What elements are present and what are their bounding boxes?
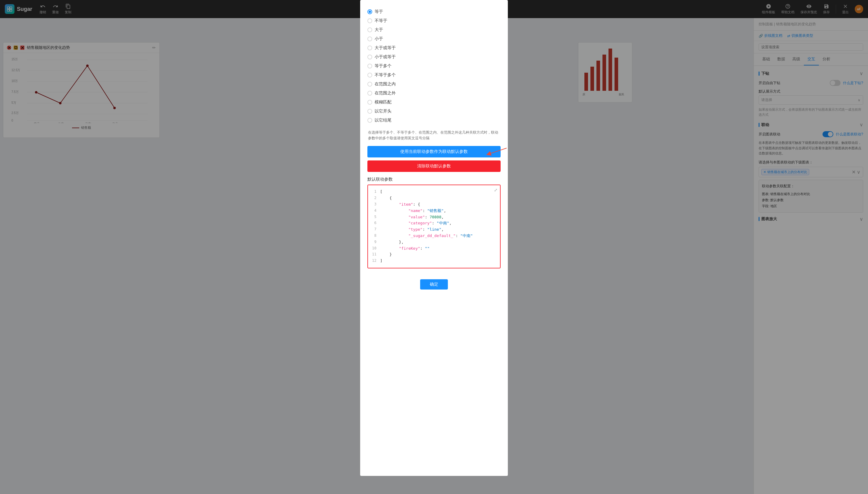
radio-label-7: 不等于多个 — [375, 72, 396, 78]
radio-item-10[interactable]: 模糊匹配 — [368, 98, 500, 107]
radio-item-6[interactable]: 等于多个 — [368, 61, 500, 71]
radio-circle-1 — [368, 18, 372, 23]
radio-circle-2 — [368, 27, 372, 32]
radio-circle-0 — [368, 10, 372, 14]
code-line-10: 10 "fireKey": "" — [368, 246, 500, 252]
radio-label-11: 以它开头 — [375, 109, 392, 114]
radio-circle-6 — [368, 64, 372, 69]
modal: 等于 不等于 大于 小于 大于或等于 — [360, 0, 508, 476]
default-params-box: ⤢ 1 [ 2 { 3 "item": { — [368, 185, 500, 268]
confirm-button[interactable]: 确定 — [420, 279, 448, 289]
code-line-4: 4 "name": "销售额", — [368, 208, 500, 214]
code-line-8: 8 "_sugar_dd_default_": "中南" — [368, 233, 500, 239]
radio-circle-8 — [368, 82, 372, 87]
radio-circle-4 — [368, 45, 372, 50]
use-param-area: 使用当前联动参数作为联动默认参数 — [368, 146, 500, 157]
modal-footer: 确定 — [360, 276, 508, 297]
radio-item-0[interactable]: 等于 — [368, 7, 500, 16]
code-line-1: 1 [ — [368, 189, 500, 195]
default-params-label: 默认联动参数 — [368, 177, 500, 182]
code-line-6: 6 "category": "中南", — [368, 220, 500, 227]
radio-item-11[interactable]: 以它开头 — [368, 107, 500, 116]
radio-circle-9 — [368, 91, 372, 96]
modal-overlay: 等于 不等于 大于 小于 大于或等于 — [0, 0, 868, 494]
radio-label-8: 在范围之内 — [375, 81, 396, 87]
radio-item-12[interactable]: 以它结尾 — [368, 116, 500, 125]
radio-label-12: 以它结尾 — [375, 118, 392, 123]
code-line-5: 5 "value": 70808, — [368, 214, 500, 221]
clear-param-button[interactable]: 清除联动默认参数 — [368, 160, 500, 172]
radio-circle-10 — [368, 100, 372, 104]
radio-item-8[interactable]: 在范围之内 — [368, 80, 500, 89]
radio-circle-7 — [368, 73, 372, 77]
radio-item-3[interactable]: 小于 — [368, 34, 500, 43]
radio-item-2[interactable]: 大于 — [368, 25, 500, 34]
radio-group: 等于 不等于 大于 小于 大于或等于 — [368, 7, 500, 125]
radio-item-1[interactable]: 不等于 — [368, 16, 500, 25]
code-line-12: 12 ] — [368, 258, 500, 264]
radio-circle-3 — [368, 37, 372, 41]
expand-icon[interactable]: ⤢ — [494, 188, 498, 192]
code-line-7: 7 "type": "line", — [368, 227, 500, 233]
radio-label-1: 不等于 — [375, 18, 387, 23]
radio-label-4: 大于或等于 — [375, 45, 396, 51]
code-line-3: 3 "item": { — [368, 202, 500, 208]
radio-label-10: 模糊匹配 — [375, 99, 392, 105]
code-line-9: 9 }, — [368, 239, 500, 246]
radio-label-9: 在范围之外 — [375, 91, 396, 96]
use-param-button[interactable]: 使用当前联动参数作为联动默认参数 — [368, 146, 500, 157]
radio-label-0: 等于 — [375, 9, 383, 15]
radio-label-3: 小于 — [375, 36, 383, 42]
radio-item-4[interactable]: 大于或等于 — [368, 43, 500, 53]
radio-label-6: 等于多个 — [375, 63, 392, 69]
radio-circle-11 — [368, 109, 372, 114]
radio-circle-5 — [368, 55, 372, 59]
radio-circle-12 — [368, 118, 372, 123]
code-line-11: 11 } — [368, 251, 500, 258]
modal-body: 等于 不等于 大于 小于 大于或等于 — [360, 0, 508, 276]
radio-label-5: 小于或等于 — [375, 54, 396, 60]
radio-label-2: 大于 — [375, 27, 383, 33]
radio-item-9[interactable]: 在范围之外 — [368, 89, 500, 98]
code-area: ⤢ 1 [ 2 { 3 "item": { — [368, 185, 500, 268]
radio-item-7[interactable]: 不等于多个 — [368, 71, 500, 80]
modal-hint: 在选择等于多个、不等于多个、在范围之内、在范围之外这几种关联方式时，联动参数中的… — [368, 130, 500, 141]
radio-item-5[interactable]: 小于或等于 — [368, 53, 500, 61]
code-line-2: 2 { — [368, 195, 500, 202]
